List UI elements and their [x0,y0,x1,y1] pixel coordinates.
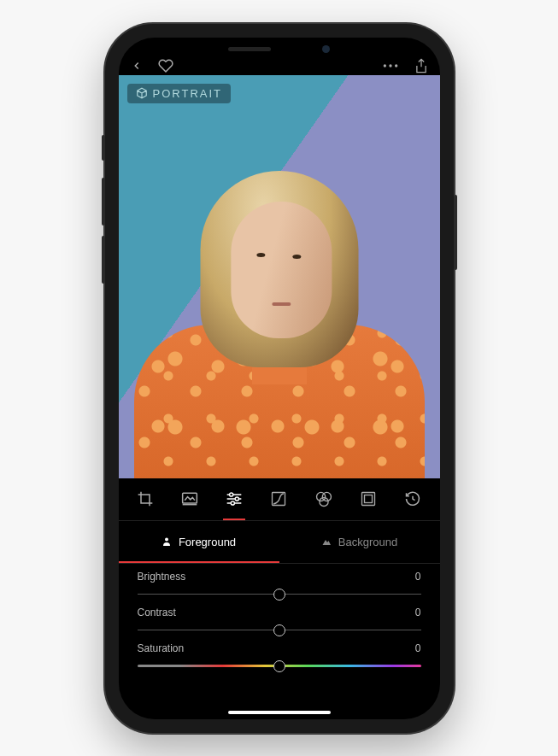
mute-switch [102,135,105,161]
svg-point-13 [165,538,168,542]
tab-foreground-label: Foreground [179,536,236,548]
slider-contrast: Contrast 0 [138,607,421,637]
toolbar [119,478,440,521]
volume-up-button [102,178,105,226]
speaker-grille [228,47,271,51]
share-button[interactable] [414,58,428,73]
photo-preview[interactable]: PORTRAIT [119,75,440,478]
slider-label: Contrast [138,607,176,618]
frame-tool[interactable] [359,489,378,508]
portrait-badge: PORTRAIT [127,84,232,103]
filters-tool[interactable] [180,489,199,508]
volume-down-button [102,236,105,284]
phone-frame: PORTRAIT [105,24,454,733]
subject-person [143,154,416,478]
front-camera [322,45,330,53]
svg-point-1 [389,64,391,67]
more-button[interactable] [382,61,399,71]
adjustment-sliders: Brightness 0 Contrast 0 [119,564,440,678]
slider-brightness: Brightness 0 [138,571,421,601]
svg-point-4 [230,493,233,496]
home-indicator[interactable] [228,711,331,714]
tab-background[interactable]: Background [279,521,440,563]
mountains-icon [321,536,332,547]
slider-value: 0 [415,642,421,654]
slider-knob[interactable] [273,660,285,672]
tab-background-label: Background [338,536,397,548]
tab-foreground[interactable]: Foreground [119,521,279,563]
svg-point-9 [322,492,331,501]
svg-point-10 [320,497,328,506]
slider-label: Saturation [138,642,185,654]
slider-label: Brightness [138,571,186,583]
slider-saturation: Saturation 0 [138,642,421,673]
svg-point-5 [235,497,238,501]
slider-track-contrast[interactable] [138,624,421,637]
slider-track-brightness[interactable] [138,588,421,601]
crop-tool[interactable] [136,489,155,508]
svg-rect-11 [362,493,375,506]
color-mix-tool[interactable] [314,489,333,508]
adjust-tool[interactable] [225,489,244,508]
cube-icon [136,87,148,99]
curves-tool[interactable] [269,489,288,508]
notch [198,38,361,62]
svg-rect-12 [365,495,373,503]
slider-track-saturation[interactable] [138,659,421,673]
svg-point-6 [231,501,234,505]
favorite-button[interactable] [158,58,173,73]
layer-tabs: Foreground Background [119,521,440,564]
svg-point-0 [383,64,385,67]
slider-knob[interactable] [273,624,285,636]
history-tool[interactable] [403,489,422,508]
back-button[interactable] [131,60,143,72]
slider-knob[interactable] [273,589,285,601]
svg-point-2 [395,64,397,67]
person-icon [162,536,172,547]
portrait-badge-label: PORTRAIT [153,87,223,100]
power-button [454,195,457,270]
slider-value: 0 [415,607,421,618]
screen: PORTRAIT [119,38,440,719]
slider-value: 0 [415,571,421,583]
